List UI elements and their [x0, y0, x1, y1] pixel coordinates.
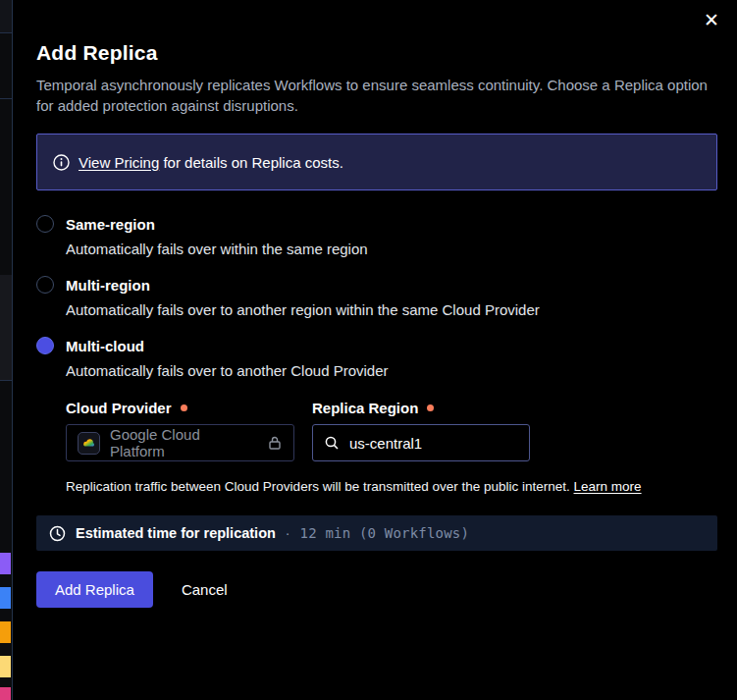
background-row-divider [0, 275, 12, 381]
background-row-divider [0, 98, 12, 99]
lock-icon [267, 435, 283, 451]
background-color-bar [0, 553, 11, 574]
page-title: Add Replica [36, 41, 717, 65]
cancel-button[interactable]: Cancel [182, 581, 228, 598]
option-multi-region: Multi-region Automatically fails over to… [36, 276, 717, 318]
add-replica-button[interactable]: Add Replica [36, 571, 153, 608]
info-icon [53, 154, 70, 171]
replica-region-input[interactable] [349, 435, 497, 452]
radio-same-region[interactable]: Same-region [36, 215, 717, 233]
option-description: Automatically fails over to another Clou… [66, 362, 717, 379]
option-description: Automatically fails over within the same… [66, 241, 717, 257]
background-color-bar [0, 587, 11, 609]
option-label: Multi-region [66, 277, 150, 294]
view-pricing-link[interactable]: View Pricing [79, 154, 159, 171]
option-label: Multi-cloud [66, 338, 144, 354]
required-dot-icon [181, 404, 187, 411]
estimate-separator: · [286, 525, 290, 541]
gcp-logo-icon [78, 432, 100, 455]
radio-circle-icon-selected[interactable] [36, 337, 54, 354]
radio-multi-region[interactable]: Multi-region [36, 276, 717, 294]
modal-description: Temporal asynchronously replicates Workf… [36, 75, 713, 116]
background-page-strip [0, 0, 13, 700]
cloud-provider-select: Google Cloud Platform [66, 424, 294, 461]
required-dot-icon [427, 404, 434, 411]
background-color-bar [0, 656, 11, 677]
cloud-provider-value: Google Cloud Platform [110, 426, 255, 459]
cloud-provider-label: Cloud Provider [66, 400, 294, 416]
pricing-banner-text: View Pricing for details on Replica cost… [79, 154, 343, 171]
background-row-divider [0, 0, 12, 33]
field-label-text: Replica Region [312, 400, 418, 416]
multi-cloud-form: Cloud Provider [66, 400, 717, 461]
estimate-value: 12 min (0 Workflows) [300, 525, 470, 541]
clock-icon [49, 525, 66, 542]
replica-region-label: Replica Region [312, 400, 530, 416]
background-color-bar [0, 621, 11, 643]
replica-option-group: Same-region Automatically fails over wit… [36, 215, 717, 494]
add-replica-modal: ✕ Add Replica Temporal asynchronously re… [13, 0, 737, 700]
radio-circle-icon[interactable] [36, 276, 54, 294]
pricing-banner-suffix: for details on Replica costs. [159, 154, 343, 171]
field-label-text: Cloud Provider [66, 400, 172, 416]
cloud-provider-field: Cloud Provider [66, 400, 294, 461]
option-label: Same-region [66, 216, 155, 233]
note-text: Replication traffic between Cloud Provid… [66, 479, 574, 494]
public-internet-note: Replication traffic between Cloud Provid… [66, 479, 717, 494]
estimate-label: Estimated time for replication [76, 525, 276, 541]
modal-footer: Add Replica Cancel [36, 571, 717, 608]
option-description: Automatically fails over to another regi… [66, 301, 717, 318]
option-same-region: Same-region Automatically fails over wit… [36, 215, 717, 257]
close-icon[interactable]: ✕ [698, 6, 725, 33]
background-color-bar [0, 687, 11, 700]
radio-circle-icon[interactable] [36, 215, 54, 233]
radio-multi-cloud[interactable]: Multi-cloud [36, 337, 717, 354]
learn-more-link[interactable]: Learn more [574, 479, 642, 494]
search-icon [324, 435, 340, 451]
estimated-time-banner: Estimated time for replication · 12 min … [36, 515, 717, 551]
replica-region-field: Replica Region [312, 400, 530, 461]
replica-region-search-box[interactable] [312, 424, 530, 461]
pricing-info-banner: View Pricing for details on Replica cost… [36, 134, 717, 190]
option-multi-cloud: Multi-cloud Automatically fails over to … [36, 337, 717, 494]
